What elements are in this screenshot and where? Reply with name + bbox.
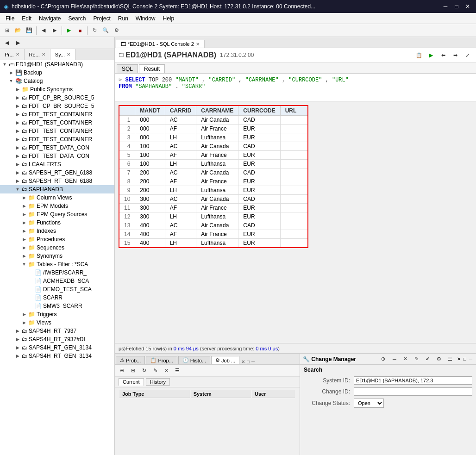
table-row[interactable]: 6100LHLufthansaEUR (119, 160, 308, 168)
editor-tab-sql[interactable]: 🗔 *ED1@HD1 - SQL Console 2 ✕ (116, 40, 205, 48)
tree-item[interactable]: ▶🗂FDT_TEST_CONTAINER (0, 127, 114, 135)
tree-item[interactable]: ▼🗃ED1@HD1 (SAPHANADB) (0, 60, 114, 69)
cm-change-id-input[interactable] (354, 387, 472, 396)
sidebar-tab-re-close[interactable]: ✕ (42, 52, 45, 57)
tree-item[interactable]: 📄SMW3_SCARR (0, 302, 114, 310)
tree-item[interactable]: ▶🗂FDT_CP_BR_SOURCE_5 (0, 102, 114, 110)
tree-item[interactable]: ▶📁Triggers (0, 310, 114, 318)
menu-file[interactable]: File (2, 14, 18, 23)
editor-toolbar-expand[interactable]: ⤢ (462, 50, 472, 60)
menu-help[interactable]: Help (159, 14, 178, 23)
tree-item[interactable]: ▶📁EPM Models (0, 202, 114, 210)
editor-toolbar-forward[interactable]: ➡ (450, 50, 460, 60)
jobs-toolbar-btn4[interactable]: ✎ (150, 366, 160, 376)
cm-btn5[interactable]: ✔ (423, 354, 433, 364)
cm-max[interactable]: □ (463, 355, 467, 362)
maximize-button[interactable]: □ (452, 2, 461, 11)
jobs-tab-history[interactable]: History (146, 378, 170, 386)
sidebar-tab-sy-close[interactable]: ✕ (67, 52, 70, 57)
tree-item[interactable]: ▶📁Indexes (0, 227, 114, 235)
tree-item[interactable]: 📄ACMHEXDB_SCA (0, 277, 114, 285)
tree-item[interactable]: ▶🗂FDT_TEST_DATA_CON (0, 143, 114, 152)
tree-item[interactable]: ▶📁Functions (0, 218, 114, 227)
tree-item[interactable]: ▶💾Backup (0, 69, 114, 77)
tree-item[interactable]: ▶🗂FDT_TEST_CONTAINER (0, 118, 114, 127)
tree-item[interactable]: ▶📁Synonyms (0, 252, 114, 260)
toolbar-new[interactable]: ⊞ (2, 25, 12, 36)
cm-btn4[interactable]: ✎ (412, 354, 422, 364)
toolbar-catalog[interactable]: 🔍 (100, 25, 111, 36)
toolbar-save[interactable]: 💾 (24, 25, 34, 36)
editor-toolbar-back[interactable]: ⬅ (438, 50, 448, 60)
tree-item[interactable]: ▶📁Column Views (0, 193, 114, 202)
menu-run[interactable]: Run (114, 14, 132, 23)
tree-item[interactable]: ▼🗂SAPHANADB (0, 185, 114, 193)
tree-item[interactable]: 📄/IWBEP/SCARR_ (0, 268, 114, 277)
tree-item[interactable]: 📄SCARR (0, 293, 114, 302)
menu-navigate[interactable]: Navigate (35, 14, 64, 23)
cm-btn3[interactable]: ✕ (401, 354, 411, 364)
editor-tab-close[interactable]: ✕ (196, 42, 200, 47)
table-row[interactable]: 15400LHLufthansaEUR (119, 239, 308, 248)
sql-editor[interactable]: ⊳ SELECT TOP 200 "MANDT" , "CARRID" , "C… (115, 74, 476, 101)
panel-minimize[interactable]: ─ (251, 359, 255, 364)
editor-toolbar-run[interactable]: ▶ (426, 50, 436, 60)
jobs-toolbar-btn6[interactable]: ☰ (172, 366, 182, 376)
sidebar-tab-pr[interactable]: Pr... ✕ (0, 49, 25, 60)
menu-project[interactable]: Project (89, 14, 114, 23)
cm-min[interactable]: ─ (468, 355, 473, 362)
table-row[interactable]: 10300ACAir CanadaCAD (119, 195, 308, 204)
tab-sql[interactable]: SQL (117, 64, 138, 73)
tree-item[interactable]: 📄DEMO_TEST_SCA (0, 285, 114, 293)
tree-item[interactable]: ▶🗂FDT_TEST_CONTAINER (0, 135, 114, 143)
panel-tab-properties[interactable]: 📋 Prop... (146, 356, 177, 364)
toolbar-open[interactable]: 📂 (13, 25, 23, 36)
tab-result[interactable]: Result (139, 64, 165, 73)
cm-btn2[interactable]: ─ (389, 354, 400, 364)
editor-toolbar-catalog[interactable]: 📋 (414, 50, 424, 60)
sidebar-tab-re[interactable]: Re... ✕ (25, 49, 50, 60)
panel-tab-jobs[interactable]: ⚙ Job ... (211, 356, 239, 364)
jobs-toolbar-btn3[interactable]: ↻ (139, 366, 149, 376)
toolbar-stop[interactable]: ■ (75, 25, 85, 36)
sidebar-collapse[interactable]: ◀ (2, 38, 12, 48)
tree-item[interactable]: ▶🗂SAPESH_RT_GEN_6188 (0, 168, 114, 177)
table-row[interactable]: 12300LHLufthansaEUR (119, 212, 308, 221)
toolbar-back[interactable]: ◀ (38, 25, 49, 36)
panel-tab-problems[interactable]: ⚠ Prob... (116, 356, 145, 364)
table-row[interactable]: 11300AFAir FranceEUR (119, 204, 308, 212)
toolbar-refresh[interactable]: ↻ (89, 25, 100, 36)
panel-tab-close[interactable]: ✕ (241, 359, 245, 364)
tree-item[interactable]: ▶🗂FDT_CP_BR_SOURCE_5 (0, 93, 114, 102)
table-row[interactable]: 4100ACAir CanadaCAD (119, 142, 308, 151)
cm-btn7[interactable]: ☰ (445, 354, 455, 364)
tree-item[interactable]: ▶📁Views (0, 318, 114, 327)
tree-item[interactable]: ▼📁Tables - Filter : *SCA (0, 260, 114, 268)
tree-item[interactable]: ▶🗂SAPS4H_RT_7937#DI (0, 335, 114, 343)
sidebar-tab-pr-close[interactable]: ✕ (16, 52, 19, 57)
jobs-toolbar-btn2[interactable]: ⊟ (128, 366, 138, 376)
tree-item[interactable]: ▶📁EPM Query Sources (0, 210, 114, 218)
tree-item[interactable]: ▶🗂SAPS4H_RT_7937 (0, 327, 114, 335)
panel-tab-history[interactable]: 🕐 Histo... (178, 356, 210, 364)
table-row[interactable]: 14400AFAir FranceEUR (119, 230, 308, 239)
table-row[interactable]: 3000LHLufthansaEUR (119, 133, 308, 142)
table-row[interactable]: 5100AFAir FranceEUR (119, 151, 308, 160)
tree-item[interactable]: ▶📁Procedures (0, 235, 114, 243)
table-row[interactable]: 2000AFAir FranceEUR (119, 125, 308, 133)
tree-item[interactable]: ▶📁Sequences (0, 243, 114, 252)
table-row[interactable]: 9200LHLufthansaEUR (119, 186, 308, 195)
sidebar-tab-sy[interactable]: Sy... ✕ (50, 49, 75, 60)
table-row[interactable]: 13400ACAir CanadaCAD (119, 221, 308, 230)
tree-item[interactable]: ▶🗂FDT_TEST_CONTAINER (0, 110, 114, 118)
tree-item[interactable]: ▶🗂SAPESH_RT_GEN_6188 (0, 177, 114, 185)
tree-item[interactable]: ▶🗂FDT_TEST_DATA_CON (0, 152, 114, 160)
tree-item[interactable]: ▶🗂SAPS4H_RT_GEN_3134 (0, 352, 114, 360)
tree-item[interactable]: ▶📁Public Synonyms (0, 85, 114, 93)
menu-window[interactable]: Window (132, 14, 159, 23)
close-button[interactable]: ✕ (463, 2, 472, 11)
menu-search[interactable]: Search (64, 14, 89, 23)
toolbar-settings[interactable]: ⚙ (112, 25, 122, 36)
toolbar-forward[interactable]: ▶ (50, 25, 60, 36)
tree-item[interactable]: ▶🗂SAPS4H_RT_GEN_3134 (0, 343, 114, 352)
